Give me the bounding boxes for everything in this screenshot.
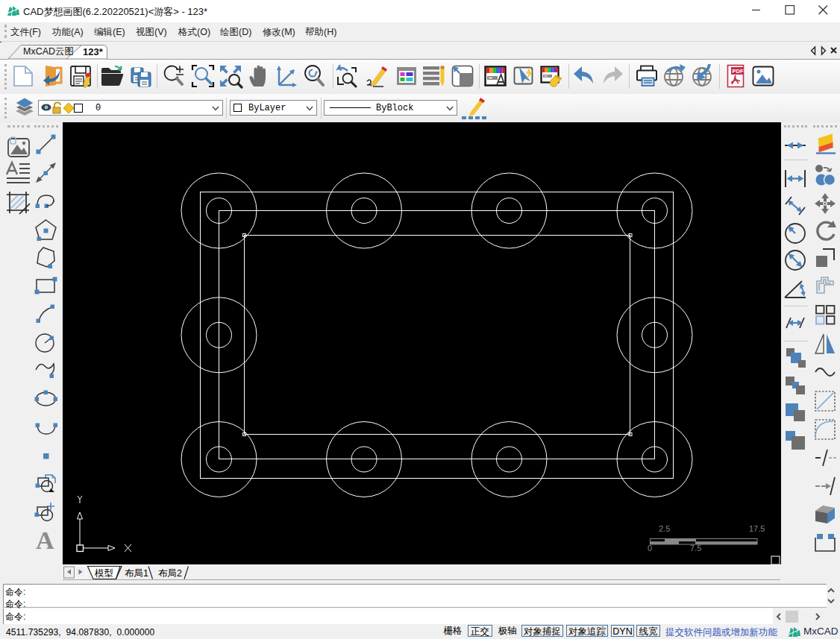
svg-text:123*: 123* bbox=[83, 46, 104, 57]
svg-text:布局1: 布局1 bbox=[125, 568, 148, 579]
svg-text:PDF: PDF bbox=[732, 68, 743, 75]
svg-text:2.5: 2.5 bbox=[659, 524, 670, 533]
svg-text:布局2: 布局2 bbox=[158, 568, 182, 579]
svg-text:7.5: 7.5 bbox=[690, 544, 701, 553]
svg-text:MxCAD云图: MxCAD云图 bbox=[23, 46, 74, 57]
svg-text:0: 0 bbox=[648, 544, 652, 553]
svg-text:模型: 模型 bbox=[94, 568, 113, 579]
svg-text:17.5: 17.5 bbox=[749, 524, 765, 533]
